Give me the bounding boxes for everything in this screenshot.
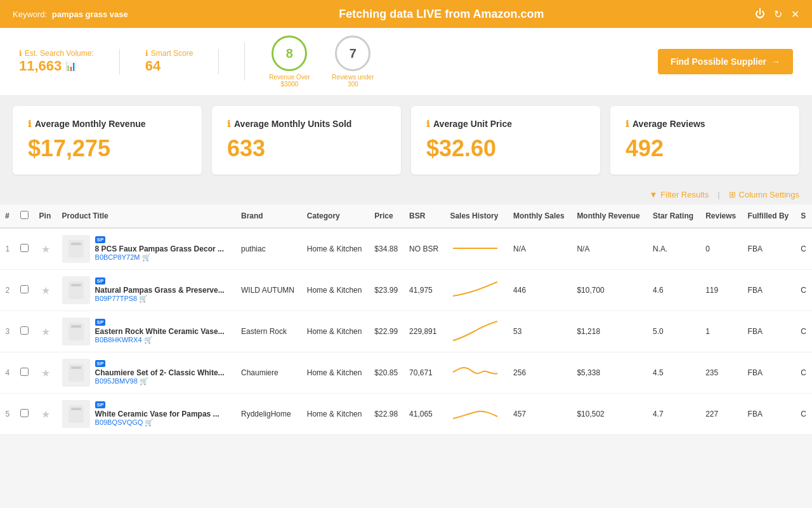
row-fulfilled-3: FBA [743,311,796,352]
row-num-5: 5 [0,394,15,435]
row-checkbox-3[interactable] [15,311,34,352]
info-icon-card3: ℹ [426,119,429,129]
power-icon[interactable]: ⏻ [755,8,765,20]
row-product-2: SP Natural Pampas Grass & Preserve... B0… [57,270,236,311]
col-bsr: BSR [404,204,445,228]
row-category-1: Home & Kitchen [302,228,370,270]
row-category-5: Home & Kitchen [302,394,370,435]
select-all-checkbox[interactable] [20,211,29,219]
card-monthly-revenue: ℹ Average Monthly Revenue $17,275 [13,106,202,175]
row-pin-1[interactable]: ★ [34,228,57,270]
row-price-3: $22.99 [369,311,404,352]
circle-reviews: 7 Reviews under 300 [327,36,378,88]
row-monthly-sales-5: 457 [508,394,572,435]
product-title-text-3: Eastern Rock White Ceramic Vase... [95,327,225,336]
info-icon: ℹ [19,49,22,58]
svg-rect-3 [71,284,81,286]
row-extra-2: C [796,270,812,311]
row-monthly-revenue-2: $10,700 [572,270,648,311]
row-extra-5: C [796,394,812,435]
svg-rect-5 [71,325,81,328]
row-reviews-4: 235 [700,352,742,394]
product-asin-1[interactable]: B0BCP8Y72M 🛒 [95,253,224,262]
card-unit-price: ℹ Average Unit Price $32.60 [411,106,600,175]
row-brand-1: puthiac [236,228,302,270]
row-checkbox-1[interactable] [15,228,34,270]
row-product-4: SP Chaumiere Set of 2- Classic White... … [57,352,236,394]
results-table: # Pin Product Title Brand Category Price… [0,204,812,435]
row-checkbox-5[interactable] [15,394,34,435]
info-icon-2: ℹ [145,49,148,58]
pin-icon: ★ [41,244,50,255]
row-product-5: SP White Ceramic Vase for Pampas ... B09… [57,394,236,435]
col-product-title: Product Title [57,204,236,228]
row-checkbox-4[interactable] [15,352,34,394]
cards-row: ℹ Average Monthly Revenue $17,275 ℹ Aver… [0,96,812,185]
close-icon[interactable]: ✕ [791,8,799,20]
row-monthly-revenue-1: N/A [572,228,648,270]
row-monthly-sales-1: N/A [508,228,572,270]
product-asin-4[interactable]: B095JBMV98 🛒 [95,377,225,385]
product-title-text-4: Chaumiere Set of 2- Classic White... [95,368,225,377]
circle-revenue: 8 Revenue Over $3000 [264,36,315,88]
col-extra: S [796,204,812,228]
row-bsr-1: NO BSR [404,228,445,270]
row-bsr-3: 229,891 [404,311,445,352]
col-reviews: Reviews [700,204,742,228]
row-reviews-5: 227 [700,394,742,435]
row-price-4: $20.85 [369,352,404,394]
col-price: Price [369,204,404,228]
circle-value-2: 7 [335,36,370,71]
arrow-icon: → [771,57,780,67]
row-brand-3: Eastern Rock [236,311,302,352]
product-asin-5[interactable]: B09BQSVQGQ 🛒 [95,418,219,427]
row-pin-2[interactable]: ★ [34,270,57,311]
table-row: 2 ★ SP Natural Pampas Grass & Preserve..… [0,270,812,311]
row-price-5: $22.98 [369,394,404,435]
row-brand-2: WILD AUTUMN [236,270,302,311]
row-num-4: 4 [0,352,15,394]
column-settings-button[interactable]: ⊞ Column Settings [729,190,799,199]
row-sales-history-3 [445,311,508,352]
results-table-wrap: # Pin Product Title Brand Category Price… [0,204,812,435]
app-header: Keyword: pampas grass vase Fetching data… [0,0,812,28]
smart-score: ℹ Smart Score 64 [145,49,219,74]
table-row: 3 ★ SP Eastern Rock White Ceramic Vase..… [0,311,812,352]
vertical-divider [244,43,245,81]
row-price-1: $34.88 [369,228,404,270]
row-pin-5[interactable]: ★ [34,394,57,435]
table-row: 5 ★ SP White Ceramic Vase for Pampas ...… [0,394,812,435]
svg-rect-1 [71,243,81,245]
row-sales-history-5 [445,394,508,435]
row-reviews-1: 0 [700,228,742,270]
row-product-1: SP 8 PCS Faux Pampas Grass Decor ... B0B… [57,228,236,270]
col-fulfilled: Fulfilled By [743,204,796,228]
col-monthly-sales: Monthly Sales [508,204,572,228]
row-monthly-revenue-3: $1,218 [572,311,648,352]
col-star-rating: Star Rating [648,204,700,228]
row-monthly-revenue-5: $10,502 [572,394,648,435]
row-fulfilled-2: FBA [743,270,796,311]
refresh-icon[interactable]: ↻ [774,8,782,20]
col-brand: Brand [236,204,302,228]
row-checkbox-2[interactable] [15,270,34,311]
row-monthly-sales-4: 256 [508,352,572,394]
product-asin-2[interactable]: B09P77TPS8 🛒 [95,295,225,303]
sp-badge: SP [95,360,106,367]
row-num-2: 2 [0,270,15,311]
filter-results-button[interactable]: ▼ Filter Results [649,190,709,199]
row-brand-4: Chaumiere [236,352,302,394]
product-asin-3[interactable]: B0B8HKWRX4 🛒 [95,336,225,344]
sp-badge: SP [95,277,106,284]
col-num: # [0,204,15,228]
find-supplier-button[interactable]: Find Possible Supplier → [658,49,793,74]
col-sales-history: Sales History [445,204,508,228]
row-sales-history-4 [445,352,508,394]
product-image-1 [62,235,90,263]
row-monthly-revenue-4: $5,338 [572,352,648,394]
row-fulfilled-4: FBA [743,352,796,394]
row-category-3: Home & Kitchen [302,311,370,352]
row-pin-4[interactable]: ★ [34,352,57,394]
table-row: 1 ★ SP 8 PCS Faux Pampas Grass Decor ...… [0,228,812,270]
row-pin-3[interactable]: ★ [34,311,57,352]
